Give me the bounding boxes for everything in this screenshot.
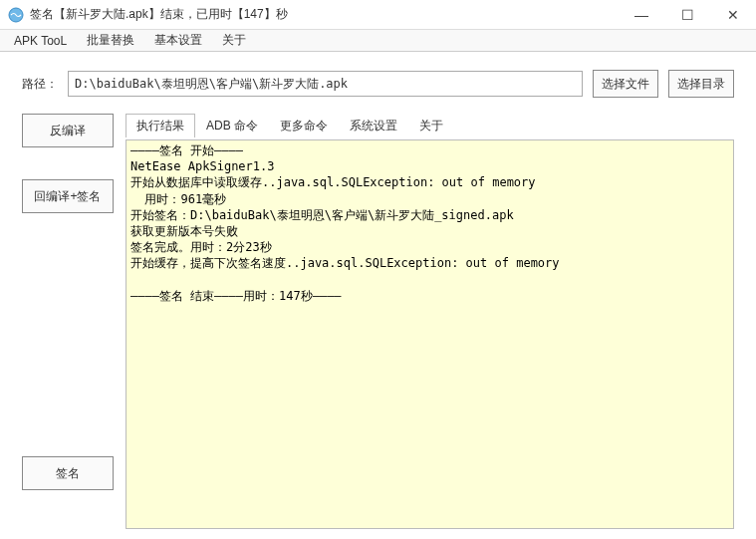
- path-input[interactable]: [68, 71, 583, 97]
- tab-adb-cmd[interactable]: ADB 命令: [195, 114, 269, 137]
- select-dir-button[interactable]: 选择目录: [668, 70, 734, 98]
- window-title: 签名【新斗罗大陆.apk】结束，已用时【147】秒: [30, 6, 619, 23]
- tabs: 执行结果 ADB 命令 更多命令 系统设置 关于: [126, 114, 734, 139]
- right-panel: 执行结果 ADB 命令 更多命令 系统设置 关于 ————签名 开始———— N…: [126, 114, 734, 529]
- close-button[interactable]: ✕: [710, 0, 756, 29]
- tab-about[interactable]: 关于: [408, 114, 454, 137]
- path-label: 路径：: [22, 76, 58, 93]
- menu-about[interactable]: 关于: [212, 32, 256, 49]
- path-row: 路径： 选择文件 选择目录: [22, 70, 734, 98]
- minimize-button[interactable]: —: [619, 0, 664, 29]
- select-file-button[interactable]: 选择文件: [593, 70, 658, 98]
- maximize-button[interactable]: ☐: [664, 0, 710, 29]
- menu-batch-replace[interactable]: 批量替换: [77, 32, 144, 49]
- tab-exec-result[interactable]: 执行结果: [126, 114, 195, 137]
- decompile-button[interactable]: 反编译: [22, 114, 114, 147]
- main-area: 反编译 回编译+签名 签名 执行结果 ADB 命令 更多命令 系统设置 关于 —…: [22, 114, 734, 529]
- recompile-sign-button[interactable]: 回编译+签名: [22, 179, 114, 213]
- menubar: APK TooL 批量替换 基本设置 关于: [0, 30, 756, 52]
- console-output[interactable]: ————签名 开始———— NetEase ApkSigner1.3 开始从数据…: [126, 139, 734, 529]
- side-buttons: 反编译 回编译+签名 签名: [22, 114, 114, 529]
- spacer: [22, 245, 114, 424]
- tab-sys-settings[interactable]: 系统设置: [339, 114, 408, 137]
- menu-basic-settings[interactable]: 基本设置: [144, 32, 212, 49]
- titlebar: 签名【新斗罗大陆.apk】结束，已用时【147】秒 — ☐ ✕: [0, 0, 756, 30]
- content-area: 路径： 选择文件 选择目录 反编译 回编译+签名 签名 执行结果 ADB 命令 …: [0, 52, 756, 539]
- menu-apk-tool[interactable]: APK TooL: [4, 34, 77, 48]
- window-controls: — ☐ ✕: [619, 0, 756, 29]
- sign-button[interactable]: 签名: [22, 456, 114, 490]
- app-icon: [8, 7, 24, 23]
- tab-more-cmd[interactable]: 更多命令: [269, 114, 339, 137]
